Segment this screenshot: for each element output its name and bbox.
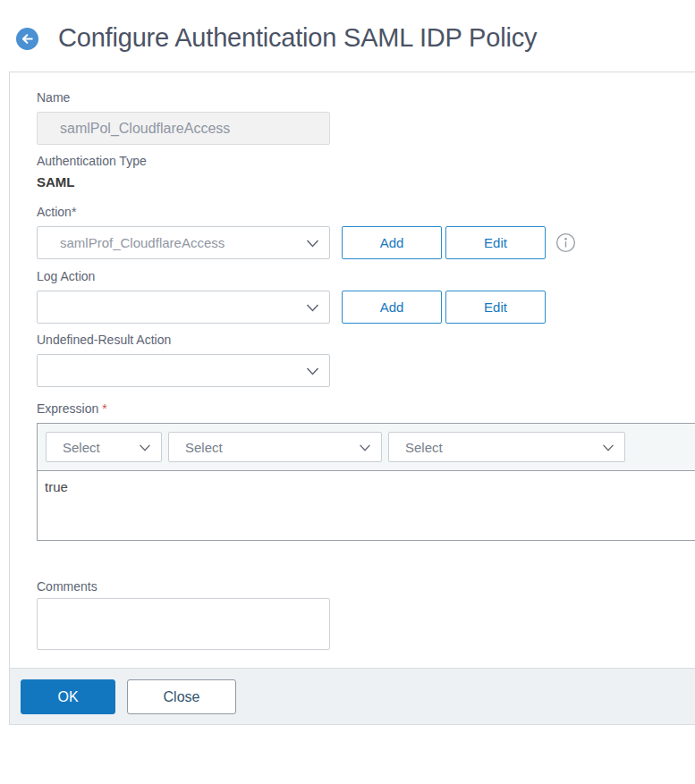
name-label: Name [37,90,695,105]
expression-select-1[interactable]: Select [46,432,162,462]
chevron-down-icon [139,440,151,455]
expression-label-text: Expression [37,401,98,416]
page-title: Configure Authentication SAML IDP Policy [58,23,537,53]
auth-type-label: Authentication Type [37,154,695,168]
log-action-add-button[interactable]: Add [342,291,442,324]
action-select[interactable]: samlProf_CloudflareAccess [37,226,330,259]
chevron-down-icon [306,235,319,250]
expression-builder: Select Select Select [37,423,695,541]
chevron-down-icon [306,299,319,315]
action-label: Action* [37,205,695,219]
page-header: Configure Authentication SAML IDP Policy [0,0,695,53]
expression-required-mark: * [102,401,106,416]
chevron-down-icon [306,363,319,378]
action-edit-button[interactable]: Edit [445,226,546,259]
undefined-result-action-label: Undefined-Result Action [37,333,695,347]
ok-button[interactable]: OK [21,679,115,714]
comments-label: Comments [37,579,695,594]
log-action-edit-button[interactable]: Edit [445,291,546,324]
expression-textarea[interactable]: true [38,471,695,540]
undefined-result-action-select[interactable] [37,354,330,387]
expression-toolbar: Select Select Select [38,424,695,471]
comments-textarea[interactable] [37,598,330,650]
action-select-value: samlProf_CloudflareAccess [60,235,225,250]
expression-select-3[interactable]: Select [388,432,625,462]
chevron-down-icon [359,440,371,455]
close-button[interactable]: Close [127,679,236,714]
expression-select-2[interactable]: Select [168,432,382,462]
footer-bar: OK Close [10,668,695,725]
expression-label: Expression * [37,401,695,416]
form-panel: Name Authentication Type SAML Action* sa… [9,72,695,725]
auth-type-value: SAML [37,174,695,190]
name-field [37,112,330,145]
expression-select-2-value: Select [185,440,223,455]
expression-select-1-value: Select [63,440,100,455]
log-action-label: Log Action [37,269,695,283]
back-arrow-icon [16,39,38,53]
chevron-down-icon [602,440,614,455]
log-action-select[interactable] [37,291,330,324]
action-add-button[interactable]: Add [342,226,442,259]
info-icon [555,242,576,256]
expression-select-3-value: Select [405,440,443,455]
action-info-button[interactable] [555,232,576,256]
configure-saml-idp-policy-page: Configure Authentication SAML IDP Policy… [0,0,695,784]
back-button[interactable] [16,28,38,50]
expression-section: Expression * Select Select [37,401,695,541]
comments-section: Comments [37,579,695,650]
